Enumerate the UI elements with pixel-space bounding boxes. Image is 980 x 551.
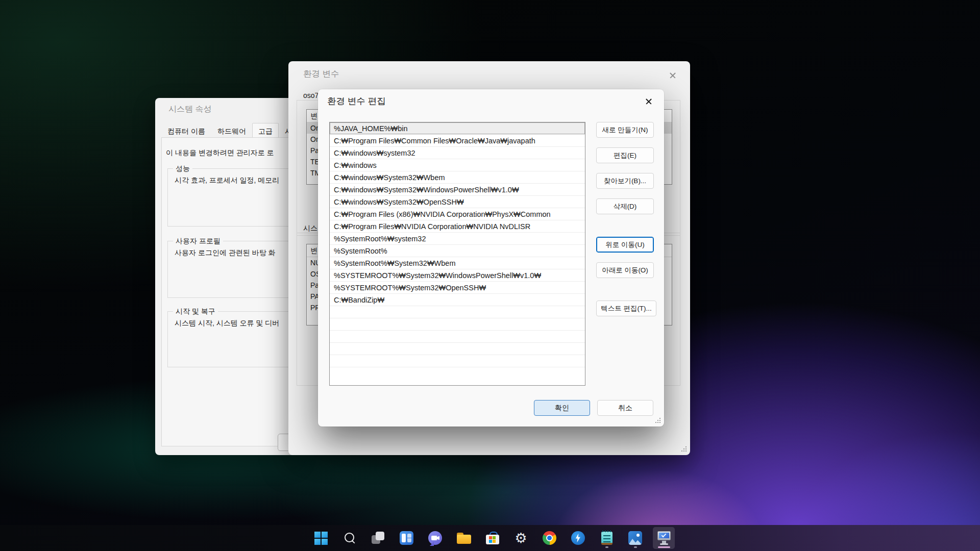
path-entry[interactable]: C:₩BandiZip₩ — [330, 294, 585, 306]
widgets-button[interactable] — [396, 527, 418, 549]
chrome-icon — [543, 531, 556, 545]
window-title: 시스템 속성 — [168, 104, 211, 115]
path-list: %JAVA_HOME%₩bin C:₩Program Files₩Common … — [329, 122, 585, 386]
gear-icon — [514, 531, 527, 545]
edit-text-button[interactable]: 텍스트 편집(T)... — [596, 300, 656, 316]
window-title: 환경 변수 — [303, 68, 339, 80]
settings-button[interactable] — [510, 527, 532, 549]
system-properties-taskbar-button[interactable] — [653, 527, 675, 549]
path-entry[interactable]: C:₩windows₩System32₩WindowsPowerShell₩v1… — [330, 184, 585, 196]
delete-button[interactable]: 삭제(D) — [596, 198, 654, 214]
task-view-button[interactable] — [367, 527, 389, 549]
path-entry[interactable]: %SystemRoot% — [330, 245, 585, 257]
start-icon — [314, 532, 328, 545]
path-entry[interactable]: %SYSTEMROOT%₩System32₩OpenSSH₩ — [330, 282, 585, 294]
edit-button[interactable]: 편집(E) — [596, 147, 654, 163]
move-down-button[interactable]: 아래로 이동(O) — [596, 262, 654, 278]
system-variables-label-partial: 시스 — [302, 224, 319, 233]
search-button[interactable] — [338, 527, 360, 549]
system-properties-icon — [657, 531, 671, 545]
performance-group-description: 시각 효과, 프로세서 일정, 메모리 — [175, 176, 279, 185]
cancel-button[interactable]: 취소 — [597, 400, 653, 416]
browse-button[interactable]: 찾아보기(B)... — [596, 173, 654, 189]
path-entry-empty — [330, 331, 585, 343]
move-up-button[interactable]: 위로 이동(U) — [596, 237, 654, 253]
resize-grip[interactable] — [654, 417, 660, 423]
new-button[interactable]: 새로 만들기(N) — [596, 122, 654, 138]
close-button[interactable] — [638, 92, 660, 111]
close-icon — [645, 98, 652, 105]
chrome-button[interactable] — [538, 527, 560, 549]
path-entry[interactable]: C:₩windows — [330, 159, 585, 171]
path-entry-empty — [330, 306, 585, 318]
startup-recovery-group-label: 시작 및 복구 — [173, 307, 218, 316]
notepad-button[interactable] — [596, 527, 618, 549]
microsoft-store-button[interactable] — [481, 527, 503, 549]
dialog-title: 환경 변수 편집 — [327, 95, 386, 107]
path-entry[interactable]: %SystemRoot%₩System32₩Wbem — [330, 257, 585, 269]
path-entry[interactable]: C:₩windows₩System32₩OpenSSH₩ — [330, 196, 585, 208]
file-explorer-button[interactable] — [453, 527, 475, 549]
lightning-icon — [571, 531, 585, 545]
path-entry-empty — [330, 318, 585, 331]
close-button[interactable] — [662, 66, 684, 85]
path-entry[interactable]: C:₩Program Files (x86)₩NVIDIA Corporatio… — [330, 208, 585, 220]
close-icon — [669, 72, 676, 79]
path-entry[interactable]: %SYSTEMROOT%₩System32₩WindowsPowerShell₩… — [330, 269, 585, 282]
chat-button[interactable] — [424, 527, 446, 549]
path-entry-empty — [330, 343, 585, 355]
microsoft-store-icon — [486, 532, 499, 544]
path-entry[interactable]: C:₩Program Files₩Common Files₩Oracle₩Jav… — [330, 135, 585, 147]
task-view-icon — [371, 531, 385, 545]
notepad-icon — [601, 532, 612, 545]
user-variables-label-partial: oso7 — [302, 91, 320, 99]
startup-recovery-group: 시작 및 복구 시스템 시작, 시스템 오류 및 디버 — [167, 311, 294, 367]
widgets-icon — [400, 531, 413, 545]
user-profiles-group-label: 사용자 프로필 — [173, 237, 223, 246]
desktop: 시스템 속성 컴퓨터 이름 하드웨어 고급 시스 이 내용을 변경하려면 관리자… — [0, 0, 980, 551]
running-indicator — [605, 546, 608, 548]
startup-recovery-group-description: 시스템 시작, 시스템 오류 및 디버 — [175, 319, 279, 328]
resize-grip[interactable] — [680, 445, 687, 452]
taskbar-icons — [310, 527, 675, 549]
path-entry-empty — [330, 355, 585, 367]
active-indicator — [658, 546, 670, 548]
file-explorer-icon — [457, 532, 471, 544]
user-profiles-group-description: 사용자 로그인에 관련된 바탕 화 — [175, 248, 276, 258]
taskbar: 오후 6:11 2022-02-23 3 — [0, 525, 980, 551]
path-entry[interactable]: C:₩Program Files₩NVIDIA Corporation₩NVID… — [330, 220, 585, 233]
photos-button[interactable] — [624, 527, 646, 549]
photos-icon — [628, 531, 642, 545]
ok-button[interactable]: 확인 — [534, 400, 590, 416]
start-button[interactable] — [310, 527, 332, 549]
performance-group-label: 성능 — [173, 164, 192, 173]
performance-group: 성능 시각 효과, 프로세서 일정, 메모리 — [167, 168, 294, 227]
path-entry[interactable]: C:₩windows₩system32 — [330, 147, 585, 159]
edit-environment-variable-dialog: 환경 변수 편집 %JAVA_HOME%₩bin C:₩Program File… — [318, 89, 664, 427]
path-entry[interactable]: C:₩windows₩System32₩Wbem — [330, 171, 585, 184]
path-entry[interactable]: %SystemRoot%₩system32 — [330, 233, 585, 245]
chat-icon — [428, 531, 442, 545]
lightning-app-button[interactable] — [567, 527, 589, 549]
running-indicator — [634, 546, 637, 548]
user-profiles-group: 사용자 프로필 사용자 로그인에 관련된 바탕 화 — [167, 241, 294, 298]
admin-notice-text: 이 내용을 변경하려면 관리자로 로 — [166, 148, 274, 158]
path-entry[interactable]: %JAVA_HOME%₩bin — [330, 122, 585, 135]
search-icon — [344, 532, 356, 544]
system-properties-window: 시스템 속성 컴퓨터 이름 하드웨어 고급 시스 이 내용을 변경하려면 관리자… — [155, 98, 294, 455]
